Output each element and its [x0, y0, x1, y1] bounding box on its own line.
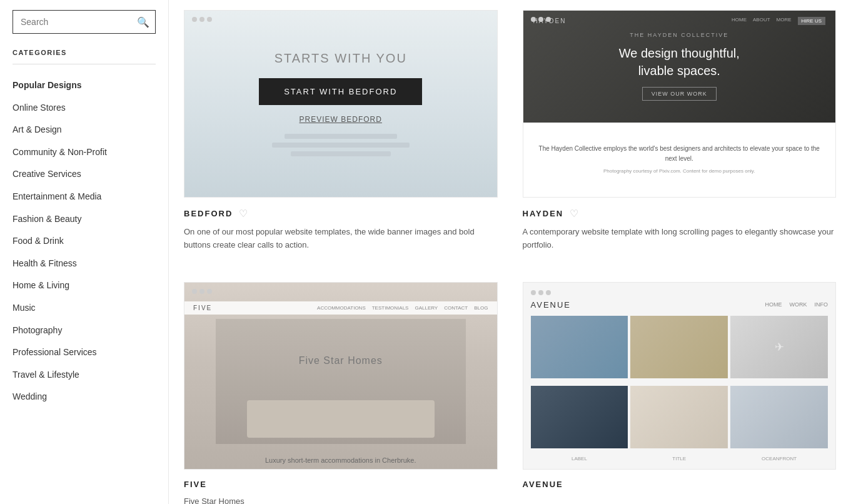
avenue-dot-3	[546, 290, 551, 295]
search-wrapper: 🔍	[13, 10, 156, 34]
sidebar-link-entertainment-media[interactable]: Entertainment & Media	[13, 186, 156, 208]
sidebar-item-health-fitness[interactable]: Health & Fitness	[13, 253, 156, 275]
five-star-label: Five Star Homes	[299, 355, 383, 366]
template-preview-five[interactable]: FIVE ACCOMMODATIONS TESTIMONIALS GALLERY…	[184, 282, 498, 470]
avenue-name: AVENUE	[523, 480, 563, 489]
text-line-1	[285, 134, 397, 139]
search-input[interactable]	[13, 10, 156, 34]
bedford-text-lines	[272, 134, 410, 156]
template-preview-hayden[interactable]: HAYDEN HOME ABOUT MORE HIRE US THE HAYDE…	[523, 10, 837, 198]
sidebar-item-creative-services[interactable]: Creative Services	[13, 163, 156, 186]
hayden-dot-1	[531, 17, 536, 22]
hayden-title: We design thoughtful,livable spaces.	[607, 44, 752, 79]
template-card-bedford: STARTS WITH YOU START WITH BEDFORD PREVI…	[184, 10, 498, 257]
sidebar-item-art-design[interactable]: Art & Design	[13, 119, 156, 141]
avenue-dot-2	[538, 290, 543, 295]
hayden-title-row: HAYDEN ♡	[523, 208, 837, 219]
sidebar-link-community[interactable]: Community & Non-Profit	[13, 141, 156, 164]
sidebar-item-food-drink[interactable]: Food & Drink	[13, 230, 156, 253]
sidebar-item-wedding[interactable]: Wedding	[13, 386, 156, 408]
hayden-top-section: HAYDEN HOME ABOUT MORE HIRE US THE HAYDE…	[523, 11, 836, 123]
five-nav-gallery: GALLERY	[415, 305, 438, 311]
main-content: STARTS WITH YOU START WITH BEDFORD PREVI…	[169, 0, 851, 504]
sidebar-link-photography[interactable]: Photography	[13, 320, 156, 342]
text-line-3	[291, 151, 391, 156]
preview-dots-five	[192, 289, 212, 294]
hayden-nav-home: HOME	[732, 17, 747, 25]
template-preview-avenue[interactable]: AVENUE HOME WORK INFO ✈	[523, 282, 837, 470]
five-description: Five Star Homes	[184, 495, 498, 504]
hayden-body-text: The Hayden Collective employs the world'…	[536, 144, 823, 164]
dot-1	[192, 17, 197, 22]
sidebar-link-food-drink[interactable]: Food & Drink	[13, 230, 156, 253]
avenue-label-2: TITLE	[630, 456, 728, 461]
sidebar-link-online-stores[interactable]: Online Stores	[13, 97, 156, 119]
sidebar-link-creative-services[interactable]: Creative Services	[13, 163, 156, 186]
bedford-preview-link[interactable]: PREVIEW BEDFORD	[300, 115, 382, 124]
search-icon: 🔍	[137, 17, 149, 28]
sidebar-link-health-fitness[interactable]: Health & Fitness	[13, 253, 156, 275]
hayden-caption: Photography courtesy of Pixiv.com. Conte…	[603, 168, 755, 176]
preview-dots-bedford	[192, 17, 212, 22]
sidebar-item-entertainment-media[interactable]: Entertainment & Media	[13, 186, 156, 208]
sidebar-item-online-stores[interactable]: Online Stores	[13, 97, 156, 119]
sidebar-link-popular-designs[interactable]: Popular Designs	[13, 74, 156, 97]
sidebar-link-music[interactable]: Music	[13, 297, 156, 320]
search-button[interactable]: 🔍	[137, 16, 149, 28]
hayden-dot-2	[538, 17, 543, 22]
dot-3	[207, 17, 212, 22]
sidebar-link-home-living[interactable]: Home & Living	[13, 275, 156, 297]
hayden-nav-hire: HIRE US	[798, 17, 825, 25]
avenue-label-1: LABEL	[531, 456, 628, 461]
five-navbar: FIVE ACCOMMODATIONS TESTIMONIALS GALLERY…	[184, 301, 497, 315]
sidebar-link-fashion-beauty[interactable]: Fashion & Beauty	[13, 208, 156, 231]
five-nav-links: ACCOMMODATIONS TESTIMONIALS GALLERY CONT…	[317, 305, 488, 311]
sidebar-item-community[interactable]: Community & Non-Profit	[13, 141, 156, 164]
sidebar-link-travel-lifestyle[interactable]: Travel & Lifestyle	[13, 364, 156, 386]
hayden-view-work-button[interactable]: VIEW OUR WORK	[642, 87, 717, 101]
avenue-photo-grid: ✈	[531, 316, 828, 453]
hayden-navbar: HAYDEN HOME ABOUT MORE HIRE US	[523, 17, 836, 25]
sidebar-item-home-living[interactable]: Home & Living	[13, 275, 156, 297]
template-card-hayden: HAYDEN HOME ABOUT MORE HIRE US THE HAYDE…	[523, 10, 837, 257]
sidebar-divider	[13, 64, 156, 64]
sidebar-item-fashion-beauty[interactable]: Fashion & Beauty	[13, 208, 156, 231]
avenue-bird-shape: ✈	[775, 340, 784, 354]
sidebar-link-wedding[interactable]: Wedding	[13, 386, 156, 408]
avenue-label-3: OCEANFRONT	[730, 456, 828, 461]
five-dot-2	[199, 289, 204, 294]
five-sofa	[247, 400, 435, 438]
hayden-nav-about: ABOUT	[753, 17, 770, 25]
preview-dots-hayden	[531, 17, 551, 22]
hayden-dot-3	[546, 17, 551, 22]
hayden-nav-links: HOME ABOUT MORE HIRE US	[732, 17, 825, 25]
bedford-heart-icon[interactable]: ♡	[239, 208, 248, 219]
avenue-img-4	[531, 386, 628, 448]
bedford-name: BEDFORD	[184, 209, 233, 218]
sidebar-item-popular-designs[interactable]: Popular Designs	[13, 74, 156, 97]
five-caption: Luxury short-term accommodations in Cher…	[184, 456, 497, 464]
dot-2	[199, 17, 204, 22]
sidebar-item-music[interactable]: Music	[13, 297, 156, 320]
sidebar-item-travel-lifestyle[interactable]: Travel & Lifestyle	[13, 364, 156, 386]
text-line-2	[272, 143, 410, 148]
bedford-info: BEDFORD ♡ On one of our most popular web…	[184, 198, 498, 257]
template-preview-bedford[interactable]: STARTS WITH YOU START WITH BEDFORD PREVI…	[184, 10, 498, 198]
bedford-description: On one of our most popular website templ…	[184, 226, 498, 252]
sidebar-link-art-design[interactable]: Art & Design	[13, 119, 156, 141]
five-name: FIVE	[184, 480, 207, 489]
sidebar-nav: Popular Designs Online Stores Art & Desi…	[13, 74, 156, 408]
avenue-nav: HOME WORK INFO	[765, 301, 828, 308]
bedford-start-button[interactable]: START WITH BEDFORD	[259, 78, 422, 105]
avenue-nav-home: HOME	[765, 301, 782, 308]
hayden-heart-icon[interactable]: ♡	[570, 208, 578, 219]
sidebar-link-professional-services[interactable]: Professional Services	[13, 341, 156, 364]
avenue-header: AVENUE HOME WORK INFO	[531, 300, 828, 310]
sidebar-item-professional-services[interactable]: Professional Services	[13, 341, 156, 364]
hayden-name: HAYDEN	[523, 209, 564, 218]
five-brand: FIVE	[193, 305, 212, 311]
hayden-nav-more: MORE	[777, 17, 792, 25]
five-nav-testimonials: TESTIMONIALS	[372, 305, 409, 311]
template-card-five: FIVE ACCOMMODATIONS TESTIMONIALS GALLERY…	[184, 282, 498, 504]
sidebar-item-photography[interactable]: Photography	[13, 320, 156, 342]
